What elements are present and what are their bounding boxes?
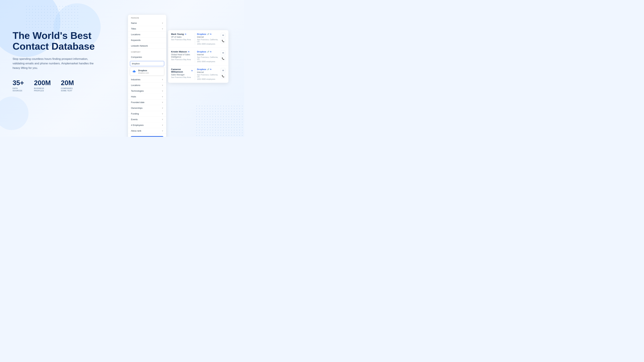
dot <box>56 15 57 15</box>
company-location-0: San Francisco, California, US <box>197 38 219 42</box>
company-name-link-0[interactable]: Dropbox 🔗 in <box>197 33 219 35</box>
dot <box>29 6 30 6</box>
dot <box>223 116 224 117</box>
company-linkedin-badge-2: in <box>210 68 212 70</box>
dot <box>207 135 208 136</box>
filter-row-ownerships[interactable]: Ownerships ∨ <box>128 105 166 111</box>
email-button-1[interactable]: ✉ <box>221 50 226 55</box>
dot <box>239 106 240 106</box>
dot <box>47 24 48 25</box>
filter-row-locations-person[interactable]: Locations <box>128 32 166 37</box>
action-icons-0: ✉ 📞 <box>221 33 226 45</box>
dot <box>210 127 210 128</box>
dot <box>231 114 232 114</box>
email-button-2[interactable]: ✉ <box>221 68 226 73</box>
phone-button-0[interactable]: 📞 <box>221 38 226 43</box>
company-name-link-1[interactable]: Dropbox 🔗 in <box>197 50 219 53</box>
dot <box>32 18 33 18</box>
dot <box>215 133 216 133</box>
dot <box>204 106 205 106</box>
filter-row-companies[interactable]: Companies <box>128 54 166 60</box>
dot <box>199 106 200 106</box>
dot <box>231 133 232 133</box>
filter-row-employees[interactable]: # Employees ∨ <box>128 122 166 128</box>
dot <box>26 6 27 6</box>
filter-row-titles[interactable]: Titles ∨ <box>128 26 166 32</box>
dot <box>44 6 45 6</box>
dot <box>196 122 197 122</box>
dot <box>32 15 33 15</box>
dot <box>66 12 66 12</box>
dot <box>68 9 69 9</box>
dot <box>223 119 224 120</box>
dot <box>44 12 45 12</box>
dot <box>50 27 51 28</box>
filter-panel: PERSON Name ∨ Titles ∨ Locations Keyword… <box>128 15 166 137</box>
dot <box>231 108 232 109</box>
dot <box>26 24 27 25</box>
dot <box>47 12 48 12</box>
dot <box>196 106 197 106</box>
dot <box>199 124 200 125</box>
dot <box>242 124 242 125</box>
dot <box>74 27 75 28</box>
person-linkedin-badge-2: in <box>191 70 193 71</box>
dot <box>56 12 57 12</box>
left-content: The World's Best Contact Database Stop s… <box>12 30 116 92</box>
dot <box>68 24 69 25</box>
dot <box>212 122 213 122</box>
dot <box>220 130 221 130</box>
filter-row-industries[interactable]: Industries ∨ <box>128 77 166 82</box>
dot <box>72 24 72 25</box>
phone-button-2[interactable]: 📞 <box>221 74 226 78</box>
dot <box>66 24 66 25</box>
chevron-icon-industries: ∨ <box>162 78 163 81</box>
dot <box>223 124 224 125</box>
filter-row-alexa[interactable]: Alexa rank ∨ <box>128 128 166 134</box>
dot <box>234 133 234 133</box>
dot <box>44 27 45 28</box>
chevron-icon-employees: ∨ <box>162 124 163 126</box>
dot <box>231 124 232 125</box>
filter-row-events[interactable]: Events ∨ <box>128 117 166 122</box>
dot <box>50 12 51 12</box>
dot <box>59 6 60 6</box>
dot <box>212 124 213 125</box>
dot <box>62 6 63 6</box>
hero-title: The World's Best Contact Database <box>12 30 116 52</box>
company-suggestion-dropbox[interactable]: Dropbox dropbox.com <box>130 68 164 75</box>
dot <box>199 114 200 114</box>
filter-row-funding[interactable]: Funding ∨ <box>128 111 166 117</box>
filter-row-keywords[interactable]: Keywords <box>128 37 166 43</box>
company-search-area <box>128 60 166 68</box>
filter-row-name[interactable]: Name ∨ <box>128 20 166 26</box>
search-button[interactable]: Search <box>131 136 164 137</box>
dot <box>237 130 237 130</box>
dot <box>215 116 216 117</box>
email-button-0[interactable]: ✉ <box>221 33 226 37</box>
dot <box>212 135 213 136</box>
dot <box>234 119 234 120</box>
dot <box>237 108 237 109</box>
stats-row: 35+DATA SOURCES200MBUSINESS PROFILES20MC… <box>12 79 116 92</box>
dot <box>74 24 75 25</box>
chevron-icon-locations: ∨ <box>162 84 163 86</box>
filter-row-linkedin[interactable]: LinkedIn Network <box>128 43 166 49</box>
filter-row-hubs[interactable]: Hubs ∨ <box>128 94 166 99</box>
dot <box>237 124 237 125</box>
phone-button-1[interactable]: 📞 <box>221 56 226 61</box>
company-employees-0: 1001-5000 employees <box>197 43 219 45</box>
dot <box>32 24 33 25</box>
dot <box>239 119 240 120</box>
filter-row-technologies[interactable]: Technologies ∨ <box>128 88 166 94</box>
company-search-input[interactable] <box>130 61 164 66</box>
dot <box>212 108 213 109</box>
filter-row-founded-date[interactable]: Founded date ∨ <box>128 99 166 105</box>
filter-row-locations-company[interactable]: Locations ∨ <box>128 82 166 88</box>
stat-number-2: 20M <box>61 79 74 86</box>
dot <box>53 12 54 12</box>
results-scroll[interactable]: Mark Young in VP of Sales San Francisco … <box>168 30 228 83</box>
dot <box>68 6 69 6</box>
company-name-link-2[interactable]: Dropbox 🔗 in <box>197 68 219 70</box>
dot <box>210 116 210 117</box>
